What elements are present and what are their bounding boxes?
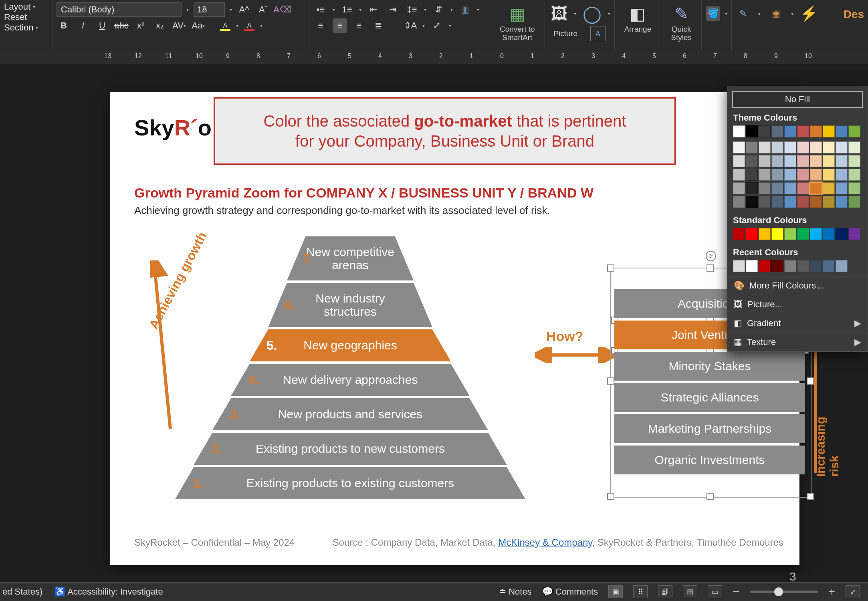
font-size-chevron-icon[interactable]: ▾ bbox=[230, 7, 232, 12]
align-right-button[interactable]: ≡ bbox=[352, 18, 366, 33]
zoom-thumb[interactable] bbox=[774, 587, 783, 596]
colour-swatch[interactable] bbox=[771, 182, 783, 194]
zoom-slider[interactable] bbox=[750, 591, 818, 593]
zoom-out-button[interactable]: − bbox=[733, 585, 740, 599]
colour-swatch[interactable] bbox=[733, 155, 745, 167]
colour-swatch[interactable] bbox=[759, 228, 771, 240]
bullets-button[interactable]: •≡ bbox=[313, 2, 328, 17]
selection-handle[interactable] bbox=[607, 493, 614, 500]
colour-swatch[interactable] bbox=[759, 196, 771, 208]
colour-swatch[interactable] bbox=[797, 155, 809, 167]
selection-handle[interactable] bbox=[707, 493, 714, 500]
autofit-button[interactable]: ⤢ bbox=[430, 18, 444, 33]
pyramid-row-6[interactable]: 6.New industry structures bbox=[164, 283, 537, 327]
colour-swatch[interactable] bbox=[771, 260, 783, 272]
horizontal-ruler[interactable]: 13121110987654321012345678910 bbox=[0, 50, 868, 64]
colour-swatch[interactable] bbox=[784, 182, 796, 194]
colour-swatch[interactable] bbox=[823, 260, 835, 272]
no-fill-button[interactable]: No Fill bbox=[732, 91, 863, 108]
colour-swatch[interactable] bbox=[848, 169, 860, 181]
font-color-button[interactable]: A bbox=[243, 22, 255, 29]
bold-button[interactable]: B bbox=[57, 18, 71, 33]
arrange-button[interactable]: ◧ Arrange bbox=[619, 2, 657, 36]
more-fill-colours-button[interactable]: 🎨More Fill Colours... bbox=[727, 276, 868, 295]
growth-pyramid[interactable]: 7.New competitive arenas 6.New industry … bbox=[164, 236, 537, 489]
colour-swatch[interactable] bbox=[823, 182, 835, 194]
colour-swatch[interactable] bbox=[759, 260, 771, 272]
vertical-align-button[interactable]: ⇕A bbox=[403, 18, 418, 33]
shrink-font-icon[interactable]: Aˇ bbox=[256, 2, 270, 17]
align-left-button[interactable]: ≡ bbox=[313, 18, 328, 33]
slide[interactable]: SkyR´o Color the associated go-to-market… bbox=[110, 92, 799, 565]
colour-swatch[interactable] bbox=[759, 182, 771, 194]
accessibility-status[interactable]: ♿ Accessibility: Investigate bbox=[55, 587, 163, 597]
highlight-button[interactable]: A bbox=[219, 22, 231, 29]
colour-swatch[interactable] bbox=[759, 125, 771, 137]
colour-swatch[interactable] bbox=[823, 228, 835, 240]
colour-swatch[interactable] bbox=[733, 169, 745, 181]
selection-handle[interactable] bbox=[807, 493, 814, 500]
columns-button[interactable]: ▥ bbox=[458, 2, 472, 17]
colour-swatch[interactable] bbox=[784, 125, 796, 137]
colour-swatch[interactable] bbox=[733, 196, 745, 208]
pyramid-row-3[interactable]: 3.New products and services bbox=[164, 398, 537, 430]
colour-swatch[interactable] bbox=[810, 196, 822, 208]
colour-swatch[interactable] bbox=[836, 228, 848, 240]
colour-swatch[interactable] bbox=[848, 228, 860, 240]
picture-insert-button[interactable]: 🖼 bbox=[549, 4, 569, 23]
colour-swatch[interactable] bbox=[848, 141, 860, 153]
reset-button[interactable]: Reset bbox=[4, 12, 48, 22]
colour-swatch[interactable] bbox=[836, 196, 848, 208]
convert-smartart-button[interactable]: ▦ Convert toSmartArt bbox=[494, 2, 541, 44]
reading-view-button[interactable]: 🗐 bbox=[658, 585, 672, 598]
colour-swatch[interactable] bbox=[797, 141, 809, 153]
indent-button[interactable]: ⇥ bbox=[386, 2, 400, 17]
colour-swatch[interactable] bbox=[848, 125, 860, 137]
layout-menu[interactable]: Layout▾ bbox=[4, 2, 48, 12]
colour-swatch[interactable] bbox=[784, 169, 796, 181]
colour-swatch[interactable] bbox=[746, 125, 758, 137]
zoom-in-button[interactable]: + bbox=[829, 585, 835, 598]
colour-swatch[interactable] bbox=[810, 260, 822, 272]
colour-swatch[interactable] bbox=[746, 260, 758, 272]
colour-swatch[interactable] bbox=[823, 196, 835, 208]
align-center-button[interactable]: ≡ bbox=[333, 18, 347, 33]
change-case-button[interactable]: Aa▾ bbox=[191, 18, 206, 33]
clear-format-icon[interactable]: A⌫ bbox=[275, 2, 290, 17]
font-name-chevron-icon[interactable]: ▾ bbox=[186, 7, 189, 12]
colour-swatch[interactable] bbox=[771, 125, 783, 137]
grow-font-icon[interactable]: A^ bbox=[237, 2, 251, 17]
pyramid-row-2[interactable]: 2.Existing products to new customers bbox=[164, 433, 537, 465]
colour-swatch[interactable] bbox=[836, 141, 848, 153]
colour-swatch[interactable] bbox=[746, 155, 758, 167]
section-menu[interactable]: Section▾ bbox=[4, 22, 48, 33]
colour-swatch[interactable] bbox=[797, 169, 809, 181]
colour-swatch[interactable] bbox=[810, 169, 822, 181]
shape-outline-button[interactable]: ✎ bbox=[736, 6, 750, 21]
selection-handle[interactable] bbox=[607, 377, 614, 385]
colour-swatch[interactable] bbox=[771, 228, 783, 240]
justify-button[interactable]: ≣ bbox=[371, 18, 386, 33]
selection-handle[interactable] bbox=[707, 264, 714, 272]
colour-swatch[interactable] bbox=[733, 260, 745, 272]
colour-swatch[interactable] bbox=[797, 260, 809, 272]
colour-swatch[interactable] bbox=[836, 260, 848, 272]
underline-button[interactable]: U bbox=[95, 18, 109, 33]
colour-swatch[interactable] bbox=[746, 182, 758, 194]
colour-swatch[interactable] bbox=[759, 141, 771, 153]
colour-swatch[interactable] bbox=[836, 182, 848, 194]
colour-swatch[interactable] bbox=[810, 141, 822, 153]
colour-swatch[interactable] bbox=[823, 125, 835, 137]
rotate-handle[interactable]: ⟳ bbox=[706, 251, 716, 261]
colour-swatch[interactable] bbox=[733, 141, 745, 153]
char-spacing-button[interactable]: AV▾ bbox=[172, 18, 186, 33]
colour-swatch[interactable] bbox=[810, 182, 822, 194]
font-size-input[interactable] bbox=[194, 2, 225, 17]
colour-swatch[interactable] bbox=[746, 169, 758, 181]
colour-swatch[interactable] bbox=[771, 155, 783, 167]
colour-swatch[interactable] bbox=[771, 169, 783, 181]
colour-swatch[interactable] bbox=[733, 182, 745, 194]
colour-swatch[interactable] bbox=[797, 182, 809, 194]
line-spacing-button[interactable]: ‡≡ bbox=[405, 2, 419, 17]
slideshow-button[interactable]: ▤ bbox=[683, 585, 697, 598]
